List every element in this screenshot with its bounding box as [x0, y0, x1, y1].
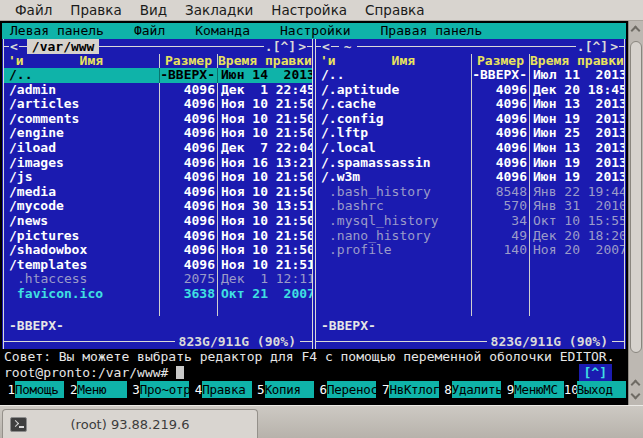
file-size: 2075	[159, 272, 217, 287]
file-row[interactable]: .nano_history49Дек 20 18:20	[316, 229, 624, 244]
file-name: /.config	[316, 112, 471, 127]
fkey-1-button[interactable]: 1Помощь	[2, 381, 64, 398]
text-cursor	[176, 366, 184, 379]
mc-menu-item[interactable]: Правая панель	[380, 23, 482, 39]
right-file-list: /..-ВВЕРХ-Июл 11 2013/.aptitude4096Дек 2…	[316, 68, 624, 319]
right-panel-path[interactable]: ~	[339, 39, 357, 54]
mc-menu-item[interactable]: Файл	[134, 23, 165, 39]
fkey-number: 4	[189, 381, 202, 398]
file-row[interactable]: /.lftp4096Июн 25 2013	[316, 126, 624, 141]
fkey-10-button[interactable]: 10Выход	[564, 381, 626, 398]
file-row[interactable]: /news4096Ноя 10 21:50	[4, 214, 312, 229]
file-row[interactable]: /comments4096Ноя 10 21:50	[4, 112, 312, 127]
file-row[interactable]: /images4096Ноя 16 13:21	[4, 156, 312, 171]
fkey-3-button[interactable]: 3Про~отр	[127, 381, 189, 398]
mc-menu-item[interactable]: Команда	[195, 23, 250, 39]
fkey-7-button[interactable]: 7НвКтлог	[376, 381, 438, 398]
file-size: -ВВЕРХ-	[471, 68, 529, 83]
mc-menu-item[interactable]: Настройки	[280, 23, 350, 39]
history-back-icon[interactable]: <	[9, 39, 19, 54]
updir-icon[interactable]: .[^]	[264, 39, 297, 54]
left-panel-column-headers: 'иИмя Размер Время правки	[4, 54, 312, 68]
file-time: Ноя 10 21:51	[217, 258, 312, 273]
fkey-2-button[interactable]: 2Меню	[64, 381, 126, 398]
file-row[interactable]: /js4096Ноя 10 21:50	[4, 170, 312, 185]
updir-icon[interactable]: .[^]	[576, 39, 609, 54]
window-menu-item[interactable]: Справка	[356, 2, 433, 18]
terminal-tab[interactable]: (root) 93.88.219.6	[2, 409, 258, 438]
file-size: 4096	[471, 126, 529, 141]
scroll-down-icon[interactable]	[631, 390, 641, 400]
file-row[interactable]: /.local4096Июн 13 2013	[316, 141, 624, 156]
left-panel-path[interactable]: /var/www	[27, 39, 100, 54]
file-time: Июн 19 2013	[529, 112, 624, 127]
file-row[interactable]: /shadowbox4096Ноя 10 21:50	[4, 243, 312, 258]
file-row[interactable]: /admin4096Дек 1 22:45	[4, 83, 312, 98]
window-menu-item[interactable]: Правка	[61, 2, 130, 18]
file-row[interactable]: /.w3m4096Июн 19 2013	[316, 170, 624, 185]
file-row[interactable]: /..-ВВЕРХ-Июн 14 2013	[4, 68, 312, 83]
empty-row	[316, 258, 624, 273]
terminal-icon	[10, 417, 27, 432]
name-column-header[interactable]: 'иИмя	[316, 54, 471, 68]
file-row[interactable]: .profile140Ноя 20 2007	[316, 243, 624, 258]
fkey-number: 3	[127, 381, 140, 398]
fkey-5-button[interactable]: 5Копия	[252, 381, 314, 398]
fkey-label: Меню	[77, 381, 126, 398]
file-name: /js	[4, 170, 159, 185]
fkey-6-button[interactable]: 6Перенос	[314, 381, 376, 398]
scrollbar-thumb[interactable]	[630, 41, 642, 353]
file-row[interactable]: /pictures4096Ноя 10 21:50	[4, 229, 312, 244]
fkey-8-button[interactable]: 8Удалить	[439, 381, 501, 398]
scrollbar[interactable]	[628, 21, 643, 405]
fkey-4-button[interactable]: 4Правка	[189, 381, 251, 398]
file-row[interactable]: .htaccess2075Дек 1 12:11	[4, 272, 312, 287]
fkey-number: 9	[501, 381, 514, 398]
file-row[interactable]: /iload4096Дек 7 22:04	[4, 141, 312, 156]
file-time: Июн 14 2013	[217, 68, 312, 83]
history-back-icon[interactable]: <	[321, 39, 331, 54]
file-size: 4096	[159, 199, 217, 214]
mtime-column-header[interactable]: Время правки	[217, 54, 312, 68]
fkey-number: 2	[64, 381, 77, 398]
mc-panels: < /var/www .[^] > 'иИмя Размер Время пра…	[2, 39, 626, 349]
file-row[interactable]: favicon.ico3638Окт 21 2007	[4, 287, 312, 302]
file-row[interactable]: /.aptitude4096Дек 20 18:45	[316, 83, 624, 98]
name-column-header[interactable]: 'иИмя	[4, 54, 159, 68]
file-row[interactable]: /templates4096Ноя 10 21:51	[4, 258, 312, 273]
file-row[interactable]: /.cache4096Июн 13 2013	[316, 97, 624, 112]
taskbar: (root) 93.88.219.6	[0, 405, 643, 438]
file-row[interactable]: /.spamassassin4096Июн 19 2013	[316, 156, 624, 171]
file-time: Окт 10 15:55	[529, 214, 624, 229]
window-menu-item[interactable]: Настройка	[262, 2, 356, 18]
file-row[interactable]: .bashrc570Янв 31 2010	[316, 199, 624, 214]
mc-menu-item[interactable]: Левая панель	[10, 23, 104, 39]
file-row[interactable]: /media4096Ноя 10 21:50	[4, 185, 312, 200]
window-menu-item[interactable]: Закладки	[176, 2, 262, 18]
size-column-header[interactable]: Размер	[471, 54, 529, 68]
file-row[interactable]: .mysql_history34Окт 10 15:55	[316, 214, 624, 229]
file-row[interactable]: /.config4096Июн 19 2013	[316, 112, 624, 127]
size-column-header[interactable]: Размер	[159, 54, 217, 68]
file-name: /.cache	[316, 97, 471, 112]
file-time: Июн 13 2013	[529, 141, 624, 156]
mtime-column-header[interactable]: Время правки	[529, 54, 624, 68]
file-row[interactable]: /engine4096Ноя 10 21:50	[4, 126, 312, 141]
file-row[interactable]: /articles4096Ноя 10 21:50	[4, 97, 312, 112]
fkey-9-button[interactable]: 9МенюМС	[501, 381, 563, 398]
window-menu-item[interactable]: Вид	[131, 2, 176, 18]
panel-toggle-icon[interactable]: [^]	[579, 364, 612, 381]
file-row[interactable]: /mycode4096Ноя 30 13:51	[4, 199, 312, 214]
fkey-label: Перенос	[327, 381, 376, 398]
fkey-number: 5	[252, 381, 265, 398]
file-size: 4096	[159, 258, 217, 273]
file-row[interactable]: /..-ВВЕРХ-Июл 11 2013	[316, 68, 624, 83]
window-menu-item[interactable]: Файл	[6, 2, 61, 18]
history-forward-icon[interactable]: >	[297, 39, 307, 54]
file-row[interactable]: .bash_history8548Янв 22 19:44	[316, 185, 624, 200]
history-forward-icon[interactable]: >	[609, 39, 619, 54]
scroll-up-icon[interactable]	[631, 26, 641, 36]
scroll-up-icon[interactable]	[631, 380, 641, 390]
command-line[interactable]: root@pronto:/var/www#[^]	[2, 364, 626, 381]
fkey-label: НвКтлог	[389, 381, 438, 398]
